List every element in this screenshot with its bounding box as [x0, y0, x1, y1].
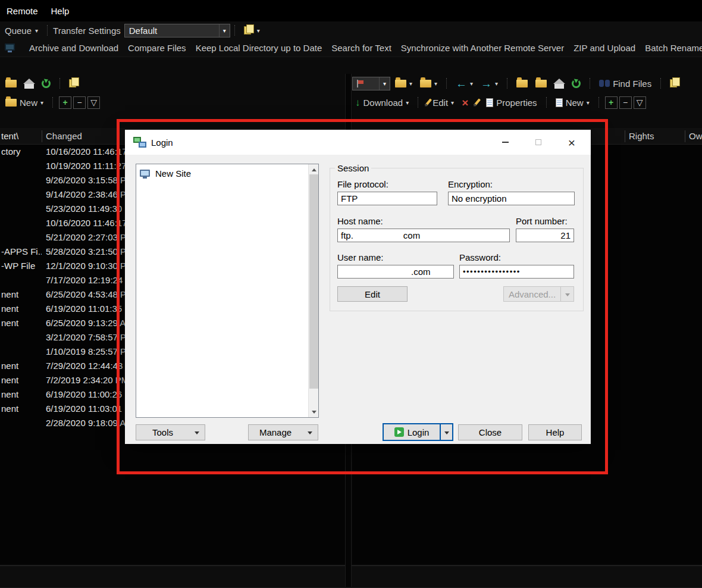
edit-session-button[interactable]: Edit	[337, 286, 408, 302]
scroll-down-button[interactable]	[309, 407, 319, 417]
command-item[interactable]: Search for Text	[327, 43, 396, 53]
column-header-owner[interactable]: Ow	[689, 131, 702, 141]
directory-tree-button[interactable]: ▾	[417, 76, 440, 91]
pencil-icon	[425, 98, 432, 106]
user-name-label: User name:	[337, 252, 384, 262]
advanced-button[interactable]: Advanced...	[503, 286, 574, 302]
download-button[interactable]: ↓ Download ▾	[352, 95, 412, 110]
tree-item-new-site[interactable]: New Site	[138, 167, 191, 180]
file-name-fragment	[0, 173, 42, 187]
new-menu-button[interactable]: New ▾	[2, 95, 46, 110]
triangle-down-icon	[189, 428, 205, 437]
unselect-files-button[interactable]: −	[619, 96, 632, 109]
back-button[interactable]: ← ▾	[453, 76, 476, 91]
menu-remote[interactable]: Remote	[0, 6, 45, 16]
manage-button[interactable]: Manage	[248, 424, 318, 440]
column-divider[interactable]	[625, 130, 625, 142]
properties-label: Properties	[496, 98, 537, 108]
home-directory-button[interactable]	[551, 76, 567, 91]
dialog-titlebar[interactable]: Login ×	[125, 130, 591, 155]
command-item[interactable]: Synchronize with Another Remote Server	[396, 43, 569, 53]
edit-button[interactable]: Edit ▾	[424, 95, 457, 110]
maximize-button[interactable]	[522, 130, 555, 155]
home-directory-button[interactable]	[21, 76, 37, 91]
folder-icon	[5, 80, 17, 87]
file-protocol-field[interactable]: FTP	[337, 192, 437, 205]
site-tree[interactable]: New Site	[136, 164, 319, 418]
command-item[interactable]: Archive and Download	[24, 43, 123, 53]
forward-button[interactable]: → ▾	[478, 76, 501, 91]
login-dropdown[interactable]	[441, 424, 452, 440]
password-field[interactable]: ••••••••••••••••	[459, 265, 574, 279]
column-header-rights[interactable]: Rights	[629, 131, 654, 141]
encryption-value: No encryption	[452, 193, 507, 204]
select-files-button[interactable]: +	[59, 96, 71, 109]
new-site-label: New Site	[155, 168, 191, 179]
command-item[interactable]: Batch Rename	[640, 43, 702, 53]
filter-button[interactable]: ▽	[634, 96, 646, 109]
column-header-changed[interactable]: Changed	[46, 131, 82, 141]
new-folder-icon	[5, 99, 17, 107]
tree-scrollbar[interactable]	[308, 164, 318, 417]
close-dialog-button[interactable]: Close	[458, 424, 522, 440]
open-directory-bookmark-button[interactable]: ▾	[392, 76, 415, 91]
manage-label: Manage	[249, 427, 302, 437]
delete-button[interactable]: ×	[459, 95, 471, 110]
local-file-toolbar: New ▾ + − ▽	[2, 93, 100, 111]
chevron-down-icon: ▾	[409, 80, 412, 87]
command-item[interactable]: Compare Files	[123, 43, 191, 53]
select-files-button[interactable]: +	[605, 96, 618, 109]
close-icon: ×	[568, 136, 575, 149]
help-button[interactable]: Help	[528, 424, 582, 440]
filter-button[interactable]: ▽	[87, 96, 100, 109]
computer-icon	[140, 170, 150, 177]
new-tab-button[interactable]	[667, 76, 682, 91]
refresh-button[interactable]	[39, 76, 54, 91]
new-tab-button[interactable]	[66, 76, 82, 91]
close-button[interactable]: ×	[555, 130, 588, 155]
encryption-field[interactable]: No encryption	[448, 192, 575, 205]
refresh-button[interactable]	[569, 76, 584, 91]
maximize-icon	[535, 139, 541, 145]
login-button[interactable]: Login	[384, 424, 440, 440]
scroll-up-button[interactable]	[309, 164, 319, 174]
tools-button[interactable]: Tools	[136, 424, 205, 440]
remote-file-toolbar: ↓ Download ▾ Edit ▾ × Properties New ▾ +…	[352, 93, 646, 111]
port-number-field[interactable]: 21	[516, 229, 574, 242]
chevron-down-icon: ▾	[40, 99, 43, 106]
rename-button[interactable]	[473, 95, 481, 110]
command-item[interactable]: Keep Local Directory up to Date	[191, 43, 327, 53]
scrollbar-thumb[interactable]	[309, 174, 318, 389]
file-name-fragment: nent	[0, 287, 42, 302]
chevron-down-icon: ▾	[406, 99, 409, 106]
open-directory-button[interactable]	[2, 76, 20, 91]
new-menu-button[interactable]: New ▾	[553, 95, 593, 110]
home-icon	[554, 84, 564, 89]
parent-directory-button[interactable]	[513, 76, 531, 91]
find-files-button[interactable]: Find Files	[596, 76, 654, 91]
properties-button[interactable]: Properties	[483, 95, 540, 110]
arrow-left-icon: ←	[456, 78, 467, 89]
transfer-settings-button[interactable]: ▾	[239, 23, 265, 37]
minimize-button[interactable]	[488, 130, 522, 155]
file-changed-value: 6/19/2020 11:01:35	[46, 302, 122, 316]
column-divider[interactable]	[685, 130, 685, 142]
host-name-field[interactable]: ftp. com	[337, 229, 510, 242]
toolbar-separator	[59, 78, 60, 89]
unselect-files-button[interactable]: −	[73, 96, 86, 109]
refresh-icon	[42, 79, 51, 88]
commands-menu-button[interactable]	[0, 41, 20, 55]
transfer-preset-select[interactable]: Default ▾	[124, 24, 230, 37]
root-directory-button[interactable]	[532, 76, 550, 91]
column-divider[interactable]	[42, 130, 42, 142]
file-name-fragment: nent	[0, 302, 42, 316]
user-name-field[interactable]: .com	[337, 265, 454, 279]
bookmark-select[interactable]: ▾	[352, 77, 390, 90]
command-item[interactable]: ZIP and Upload	[569, 43, 640, 53]
menu-help[interactable]: Help	[45, 6, 76, 16]
queue-button[interactable]: Queue ▾	[0, 23, 43, 37]
file-name-fragment	[0, 187, 42, 202]
advanced-dropdown[interactable]	[561, 287, 573, 301]
file-name-fragment	[0, 345, 42, 359]
file-name-fragment	[0, 159, 42, 173]
